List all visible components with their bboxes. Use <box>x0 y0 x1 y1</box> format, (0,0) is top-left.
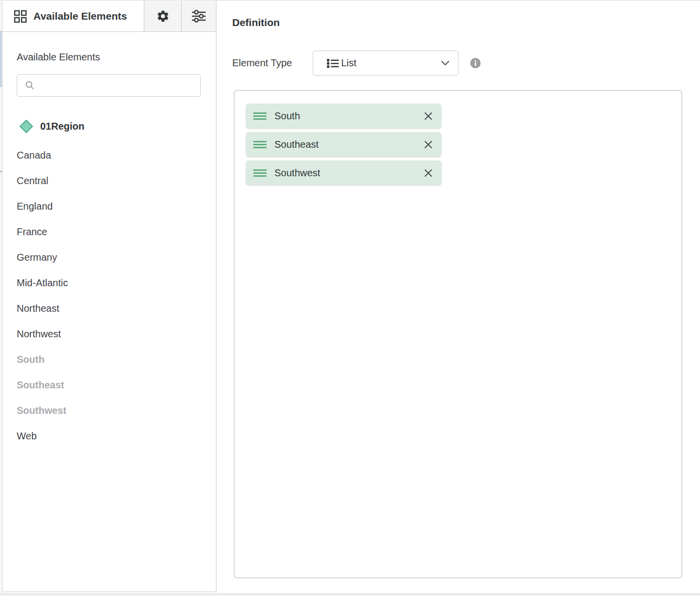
element-item-label: Southeast <box>17 379 64 391</box>
element-item-label: South <box>17 354 45 365</box>
element-item-label: Mid-Atlantic <box>17 277 68 289</box>
selected-element-pill[interactable]: South <box>246 104 441 128</box>
element-item[interactable]: Web <box>3 423 216 449</box>
left-scrollbar-gutter <box>0 1 2 593</box>
drag-handle-icon[interactable] <box>253 140 267 149</box>
element-item-label: Web <box>17 431 37 442</box>
remove-icon[interactable] <box>424 111 433 121</box>
selected-element-label: Southwest <box>274 167 320 179</box>
selected-elements-list: South <box>235 91 681 185</box>
element-item[interactable]: France <box>3 219 216 244</box>
element-item-label: England <box>17 201 53 212</box>
element-type-row: Element Type List <box>232 51 481 76</box>
available-elements-header: Available Elements <box>3 1 216 32</box>
remove-icon[interactable] <box>424 140 433 149</box>
app-window: Available Elements <box>0 0 700 596</box>
element-item-label: France <box>17 226 47 238</box>
element-item[interactable]: Northeast <box>3 296 216 321</box>
element-item-label: Central <box>17 175 48 187</box>
selected-element-pill[interactable]: Southeast <box>246 132 441 157</box>
grid-icon <box>14 10 27 23</box>
element-item: Southeast <box>3 372 216 398</box>
element-item-label: Canada <box>17 150 51 161</box>
element-item-label: Northwest <box>17 328 61 340</box>
search-icon <box>25 80 35 91</box>
element-type-label: Element Type <box>232 57 313 69</box>
definition-title: Definition <box>232 17 280 28</box>
element-item: South <box>3 347 216 372</box>
element-type-dropdown[interactable]: List <box>313 51 458 76</box>
element-list: Canada Central England France Germany <box>3 142 216 449</box>
element-item-label: Germany <box>17 252 57 263</box>
bottom-edge-strip <box>0 594 700 596</box>
element-item[interactable]: Canada <box>3 142 216 168</box>
element-item[interactable]: Central <box>3 168 216 193</box>
diamond-icon <box>19 119 34 134</box>
search-box[interactable] <box>17 74 201 97</box>
element-type-value: List <box>341 57 356 69</box>
drag-handle-icon[interactable] <box>253 169 267 177</box>
selected-element-label: Southeast <box>274 139 319 150</box>
selected-element-pill[interactable]: Southwest <box>246 161 441 185</box>
element-item[interactable]: Mid-Atlantic <box>3 270 216 296</box>
dimension-group-label: 01Region <box>40 121 84 132</box>
gear-icon <box>156 9 170 23</box>
available-elements-label: Available Elements <box>17 52 216 63</box>
list-icon <box>326 57 340 69</box>
available-elements-panel: Available Elements 01Region Can <box>3 32 216 592</box>
element-item: Southwest <box>3 398 216 423</box>
definition-dropzone[interactable]: South <box>234 90 682 578</box>
scrollbar-tick <box>0 171 2 172</box>
settings-button[interactable] <box>144 1 181 31</box>
element-item[interactable]: Germany <box>3 244 216 270</box>
element-item-label: Southwest <box>17 405 66 416</box>
search-input[interactable] <box>40 80 194 91</box>
selected-element-label: South <box>274 110 300 122</box>
sliders-icon <box>190 9 207 24</box>
info-icon[interactable] <box>470 57 481 69</box>
remove-icon[interactable] <box>424 168 433 178</box>
chevron-down-icon <box>441 59 450 68</box>
definition-panel: Definition Element Type <box>217 1 700 593</box>
dimension-group-row[interactable]: 01Region <box>19 119 216 134</box>
drag-handle-icon[interactable] <box>253 112 267 120</box>
scrollbar-thumb[interactable] <box>0 31 2 87</box>
element-item[interactable]: England <box>3 193 216 219</box>
panel-title: Available Elements <box>33 10 127 22</box>
filter-settings-button[interactable] <box>181 1 216 31</box>
element-item-label: Northeast <box>17 303 59 314</box>
element-item[interactable]: Northwest <box>3 321 216 347</box>
panel-title-area: Available Elements <box>3 1 144 31</box>
